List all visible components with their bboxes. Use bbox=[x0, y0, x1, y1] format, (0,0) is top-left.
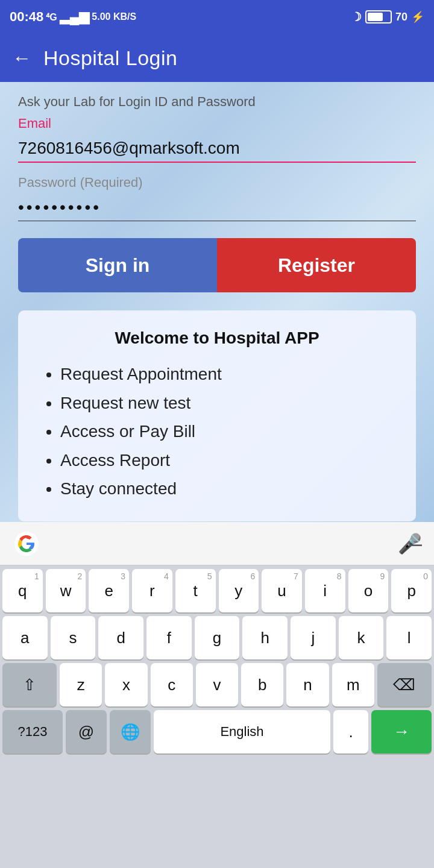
key-a[interactable]: a bbox=[2, 616, 48, 659]
key-u[interactable]: 7u bbox=[262, 569, 302, 612]
app-bar: ← Hospital Login bbox=[0, 34, 434, 82]
signal-icon: ▂▄▆ bbox=[60, 9, 90, 25]
key-t[interactable]: 5t bbox=[175, 569, 216, 612]
key-r[interactable]: 4r bbox=[132, 569, 172, 612]
welcome-title: Welcome to Hospital APP bbox=[42, 329, 392, 348]
key-row-3: ⇧ z x c v b n m ⌫ bbox=[2, 663, 432, 706]
key-j[interactable]: j bbox=[291, 616, 336, 659]
period-key[interactable]: . bbox=[333, 710, 368, 753]
mic-off-icon[interactable]: 🎤̶ bbox=[398, 532, 422, 555]
key-z[interactable]: z bbox=[60, 663, 102, 706]
key-b[interactable]: b bbox=[241, 663, 283, 706]
key-row-1: 1q 2w 3e 4r 5t 6y 7u 8i 9o 0p bbox=[2, 569, 432, 612]
feature-item-1: Request Appointment bbox=[60, 360, 392, 389]
key-e[interactable]: 3e bbox=[89, 569, 129, 612]
globe-key[interactable]: 🌐 bbox=[110, 710, 151, 753]
feature-list: Request Appointment Request new test Acc… bbox=[42, 360, 392, 503]
page-title: Hospital Login bbox=[43, 46, 177, 70]
signin-button[interactable]: Sign in bbox=[18, 238, 217, 292]
google-bar: 🎤̶ bbox=[0, 522, 434, 565]
key-l[interactable]: l bbox=[386, 616, 432, 659]
charging-icon: ⚡ bbox=[411, 10, 424, 24]
enter-key[interactable]: → bbox=[371, 710, 432, 753]
welcome-card: Welcome to Hospital APP Request Appointm… bbox=[18, 310, 416, 521]
backspace-key[interactable]: ⌫ bbox=[377, 663, 432, 706]
key-row-4: ?123 @ 🌐 English . → bbox=[2, 710, 432, 753]
register-button[interactable]: Register bbox=[217, 238, 416, 292]
key-o[interactable]: 9o bbox=[348, 569, 389, 612]
key-m[interactable]: m bbox=[332, 663, 374, 706]
key-y[interactable]: 6y bbox=[219, 569, 259, 612]
key-k[interactable]: k bbox=[339, 616, 384, 659]
time-display: 00:48 bbox=[10, 9, 43, 25]
key-i[interactable]: 8i bbox=[305, 569, 345, 612]
key-d[interactable]: d bbox=[98, 616, 143, 659]
feature-item-3: Access or Pay Bill bbox=[60, 417, 392, 446]
hint-text: Ask your Lab for Login ID and Password bbox=[18, 94, 416, 110]
auth-buttons: Sign in Register bbox=[18, 238, 416, 292]
key-f[interactable]: f bbox=[146, 616, 192, 659]
back-button[interactable]: ← bbox=[12, 47, 31, 69]
keyboard: 🎤̶ 1q 2w 3e 4r 5t 6y 7u 8i 9o 0p a s d f… bbox=[0, 522, 434, 868]
key-n[interactable]: n bbox=[286, 663, 329, 706]
status-bar: 00:48 ⁴G ▂▄▆ 5.00 KB/S ☽ 70 ⚡ bbox=[0, 0, 434, 34]
key-w[interactable]: 2w bbox=[46, 569, 86, 612]
email-input[interactable] bbox=[18, 135, 416, 163]
space-key[interactable]: English bbox=[154, 710, 330, 753]
shift-key[interactable]: ⇧ bbox=[2, 663, 57, 706]
key-p[interactable]: 0p bbox=[391, 569, 432, 612]
key-rows: 1q 2w 3e 4r 5t 6y 7u 8i 9o 0p a s d f g … bbox=[0, 565, 434, 757]
key-row-2: a s d f g h j k l bbox=[2, 616, 432, 659]
battery-percent: 70 bbox=[395, 11, 407, 24]
feature-item-2: Request new test bbox=[60, 389, 392, 418]
moon-icon: ☽ bbox=[351, 10, 362, 24]
network-icon: ⁴G bbox=[46, 11, 57, 23]
content-area: Ask your Lab for Login ID and Password E… bbox=[0, 82, 434, 546]
key-v[interactable]: v bbox=[196, 663, 238, 706]
google-logo[interactable] bbox=[12, 529, 41, 558]
status-right: ☽ 70 ⚡ bbox=[351, 10, 424, 24]
key-g[interactable]: g bbox=[195, 616, 240, 659]
email-label: Email bbox=[18, 116, 416, 131]
at-key[interactable]: @ bbox=[66, 710, 107, 753]
key-q[interactable]: 1q bbox=[2, 569, 43, 612]
feature-item-5: Stay connected bbox=[60, 474, 392, 503]
key-s[interactable]: s bbox=[51, 616, 96, 659]
speed-display: 5.00 KB/S bbox=[92, 11, 136, 22]
password-label: Password (Required) bbox=[18, 175, 416, 190]
key-h[interactable]: h bbox=[242, 616, 288, 659]
status-left: 00:48 ⁴G ▂▄▆ 5.00 KB/S bbox=[10, 9, 136, 25]
battery-indicator bbox=[365, 10, 392, 24]
key-c[interactable]: c bbox=[151, 663, 193, 706]
numbers-key[interactable]: ?123 bbox=[2, 710, 63, 753]
password-input[interactable] bbox=[18, 194, 416, 221]
key-x[interactable]: x bbox=[105, 663, 147, 706]
feature-item-4: Access Report bbox=[60, 446, 392, 475]
